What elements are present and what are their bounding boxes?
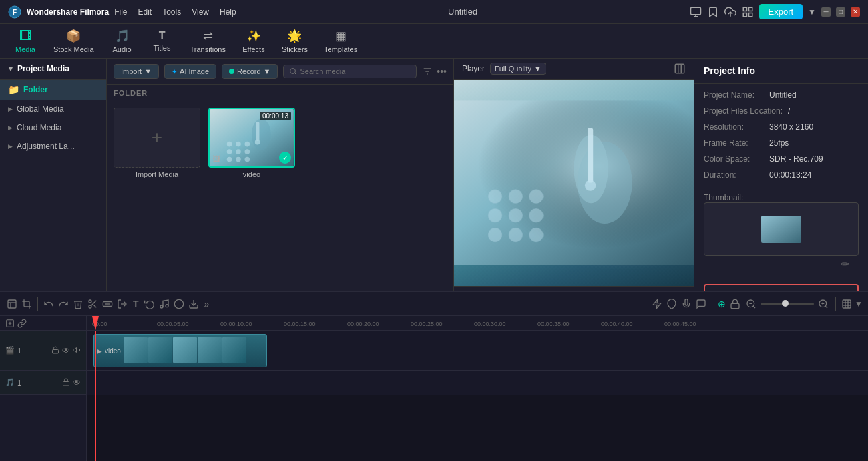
timeline-trim-icon[interactable] <box>102 299 113 309</box>
timeline-more-icon[interactable]: » <box>204 299 210 309</box>
video-audio-off-icon[interactable] <box>73 346 81 354</box>
monitor-icon[interactable] <box>690 6 702 18</box>
ai-image-label: AI Image <box>180 67 209 75</box>
maximize-button[interactable]: □ <box>836 7 845 17</box>
record-button[interactable]: Record ▼ <box>222 64 278 79</box>
toolbar-audio[interactable]: 🎵 Audio <box>102 27 142 56</box>
timeline-options-icon[interactable]: ▼ <box>855 299 863 309</box>
duration-value: 00:00:13:24 <box>769 170 811 180</box>
toolbar-stickers[interactable]: 🌟 Stickers <box>274 27 316 56</box>
sidebar-item-adjustment[interactable]: ▶ Adjustment La... <box>0 137 106 156</box>
pencil-icon[interactable]: ✏ <box>841 259 849 269</box>
sidebar-item-global-media[interactable]: ▶ Global Media <box>0 100 106 118</box>
svg-point-34 <box>529 190 544 204</box>
preview-toolbar-left: Player Full Quality ▼ <box>462 63 546 75</box>
timeline-lock-icon[interactable] <box>730 299 740 309</box>
preview-expand-icon[interactable] <box>674 63 686 75</box>
timeline-redo-icon[interactable] <box>58 299 69 309</box>
zoom-slider-track[interactable] <box>761 303 814 305</box>
timeline-toolbar: T » ⊕ ▼ <box>0 292 868 316</box>
import-media-item[interactable]: + Import Media <box>114 108 200 178</box>
zoom-out-icon[interactable] <box>746 299 756 309</box>
toolbar-stock-media[interactable]: 📦 Stock Media <box>45 27 102 56</box>
toolbar-effects[interactable]: ✨ Effects <box>234 27 274 56</box>
toolbar-templates[interactable]: ▦ Templates <box>316 27 365 56</box>
timeline-caption-icon[interactable] <box>696 299 706 309</box>
audio-track-icon: 🎵 <box>5 378 15 387</box>
filter-icon[interactable] <box>422 66 433 77</box>
video-clip[interactable]: ▶ video <box>93 334 267 367</box>
svg-rect-27 <box>454 100 694 265</box>
timeline-speed-icon[interactable] <box>652 299 662 309</box>
search-input[interactable] <box>300 67 411 75</box>
zoom-slider-thumb[interactable] <box>782 300 789 307</box>
timeline-text-icon[interactable]: T <box>133 299 139 309</box>
timeline-delete-icon[interactable] <box>73 299 83 309</box>
thumbnail-label: Thumbnail: <box>704 193 859 202</box>
quality-label: Full Quality <box>495 65 531 73</box>
video-eye-icon[interactable]: 👁 <box>62 346 70 355</box>
menu-tools[interactable]: Tools <box>162 7 181 17</box>
timeline-undo-icon[interactable] <box>43 299 54 309</box>
quality-select[interactable]: Full Quality ▼ <box>490 63 546 75</box>
more-options-icon[interactable]: ••• <box>437 66 447 77</box>
project-name-label: Project Name: <box>704 90 764 100</box>
svg-point-39 <box>509 228 523 242</box>
timeline-ruler: 00:00 00:00:05:00 00:00:10:00 00:00:15:0… <box>87 316 868 331</box>
timeline-marker-icon[interactable] <box>666 299 677 309</box>
menu-file[interactable]: File <box>114 7 127 17</box>
project-title: Untitled <box>448 7 477 17</box>
link-tracks-icon[interactable] <box>17 319 27 328</box>
toolbar-media[interactable]: 🎞 Media <box>5 27 45 56</box>
video-thumb-time: 00:00:13 <box>260 112 291 120</box>
close-button[interactable]: ✕ <box>851 7 860 17</box>
tl-sep-1 <box>37 297 38 311</box>
timeline-split-icon[interactable] <box>117 299 128 309</box>
timeline-audio-icon[interactable] <box>159 299 170 309</box>
minimize-button[interactable]: ─ <box>821 7 831 17</box>
svg-point-21 <box>244 149 250 154</box>
apps-icon[interactable] <box>742 6 754 18</box>
import-button[interactable]: Import ▼ <box>114 64 159 79</box>
timeline-magnet-icon[interactable]: ⊕ <box>718 299 726 309</box>
menu-view[interactable]: View <box>192 7 209 17</box>
audio-icon: 🎵 <box>115 29 130 43</box>
video-media-item[interactable]: 00:00:13 ✓ 🖼 video <box>208 108 295 178</box>
sidebar-folder[interactable]: 📁 Folder <box>0 80 106 100</box>
audio-eye-icon[interactable]: 👁 <box>73 378 81 388</box>
svg-point-32 <box>488 190 502 204</box>
svg-point-53 <box>166 304 168 307</box>
menu-help[interactable]: Help <box>220 7 236 17</box>
bookmark-icon[interactable] <box>707 6 719 18</box>
ai-image-button[interactable]: ✦ AI Image <box>164 64 216 79</box>
toolbar-titles[interactable]: T Titles <box>142 27 182 56</box>
timeline-select-icon[interactable] <box>7 299 17 309</box>
timeline-crop-icon[interactable] <box>21 299 32 309</box>
timeline-color-icon[interactable] <box>174 299 184 309</box>
video-track-lane: ▶ video <box>87 331 868 371</box>
timeline-grid-icon[interactable] <box>841 299 852 309</box>
collapse-arrow[interactable]: ▼ <box>7 64 15 73</box>
toolbar-stickers-label: Stickers <box>282 45 308 53</box>
ai-badge: ✦ <box>172 68 177 75</box>
video-lock-icon[interactable] <box>51 346 59 354</box>
menu-edit[interactable]: Edit <box>138 7 152 17</box>
cloud-upload-icon[interactable] <box>724 6 736 18</box>
timeline-mic-icon[interactable] <box>681 299 692 309</box>
import-placeholder[interactable]: + <box>114 108 200 168</box>
zoom-in-icon[interactable] <box>818 299 829 309</box>
audio-lock-icon[interactable] <box>62 378 70 386</box>
ruler-mark-20: 00:00:20:00 <box>347 321 379 327</box>
toolbar-transitions[interactable]: ⇌ Transitions <box>182 27 234 56</box>
export-dropdown-icon[interactable]: ▼ <box>808 7 816 17</box>
timeline-export-icon[interactable] <box>188 299 199 309</box>
clip-frame-2 <box>148 337 172 363</box>
video-thumbnail[interactable]: 00:00:13 ✓ 🖼 <box>208 108 295 168</box>
export-button[interactable]: Export <box>759 4 803 19</box>
clip-frame-5 <box>222 337 246 363</box>
sidebar-item-cloud-media[interactable]: ▶ Cloud Media <box>0 118 106 137</box>
add-track-icon[interactable] <box>5 319 15 328</box>
timeline-rotate-icon[interactable] <box>144 299 155 309</box>
timeline-scissors-icon[interactable] <box>87 299 98 309</box>
templates-icon: ▦ <box>335 29 347 43</box>
